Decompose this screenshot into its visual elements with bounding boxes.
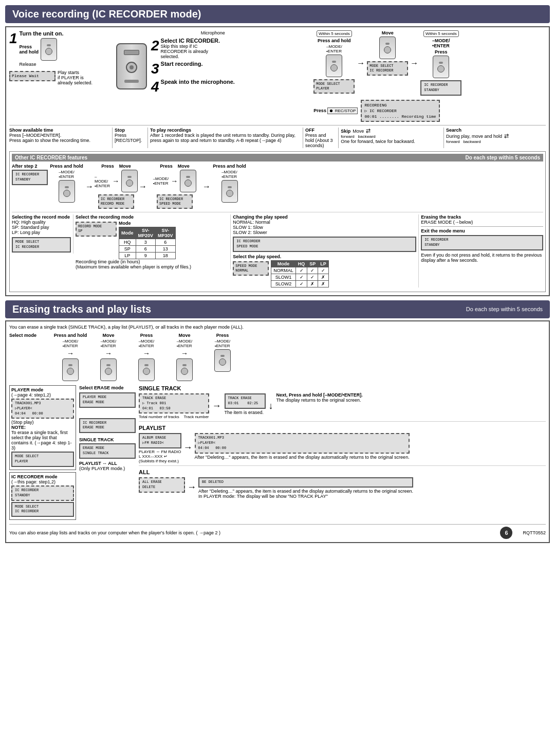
erase-press-hold: Press and hold –MODE/•ENTER → — [52, 333, 88, 381]
erasing-content: You can erase a single track (SINGLE TRA… — [5, 320, 550, 543]
move-col: Move MODE SELECTIC RECORDER — [367, 30, 408, 77]
erasing-section-header: Erasing tracks and play lists Do each st… — [5, 300, 550, 318]
recording-lcd: RECORDING▷ IC RECORDER00:01 ........ Rec… — [361, 100, 439, 122]
player-mode-lcd1: TRACK001.MP3▷PLAYER<04:04 00:00 — [11, 399, 74, 419]
arrow1: → — [357, 59, 365, 68]
device-icon-press2 — [433, 56, 449, 78]
step4-label: Speak into the microphone. — [161, 79, 235, 85]
and-hold-label: and hold — [20, 49, 39, 55]
speed-table: Mode HQ SP LP NORMAL✓✓✓ — [271, 260, 329, 287]
erase-outcomes: SINGLE TRACK TRACK ERASE▷ Track 00104:01… — [139, 385, 546, 499]
all-erase-lcd2: BE DELETED — [198, 477, 413, 488]
after-step2-label: After step 2 IC RECORDERSTANDBY — [12, 164, 48, 186]
ic-erase-lcd: IC RECORDERERASE MODE — [79, 418, 136, 434]
device-of-pm2 — [180, 170, 196, 192]
single-track-lcd1: TRACK ERASE▷ Track 00104:01 03:50 — [139, 393, 209, 413]
player-mode-lcd2: MODE SELECTPLAYER — [11, 452, 74, 467]
ic-recorder-mode-box: IC RECORDER mode (→this page: step1,2) I… — [9, 472, 76, 520]
single-track-outcome: SINGLE TRACK TRACK ERASE▷ Track 00104:01… — [139, 385, 546, 422]
off-block: OFF Press and hold (About 3 seconds) — [303, 128, 335, 148]
show-avail-block: Show available time Press [–MODE/•ENTER]… — [9, 128, 109, 148]
other-features-header: Other IC RECORDER features Do each step … — [12, 154, 543, 161]
device-of-phlast — [221, 180, 238, 203]
select-recording-mode: Select the recording mode RECORD MODESP … — [76, 214, 231, 269]
playlist-all-label: PLAYLIST ↔ ALL (Only PLAYER mode.) — [79, 461, 136, 471]
release-label: Release — [20, 62, 64, 67]
device-of-pm1 — [121, 170, 138, 192]
erasing-section: Erasing tracks and play lists Do each st… — [5, 300, 550, 543]
press-rec-stop-label: Press — [313, 108, 326, 113]
st-arrow: → — [212, 401, 221, 411]
microphone-label: Microphone — [201, 30, 225, 35]
ic-mode-lcd1: IC RECORDERSTANDBY — [11, 485, 74, 501]
speed-mode-sel-lcd: IC RECORDERSPEED MODE — [233, 237, 416, 252]
step2-number: 2 — [151, 38, 159, 54]
other-features-section: Other IC RECORDER features Do each step … — [9, 151, 546, 292]
of-press-move2: Press Move –MODE/•ENTER → IC RECORDERSPE… — [149, 164, 200, 210]
search-block: Search During play, move and hold ⇄ forw… — [443, 128, 546, 148]
player-mode-box: PLAYER mode (→page 4: step1,2) TRACK001.… — [9, 385, 76, 470]
playlist-outcome: PLAYLIST ALBUM ERASE▷FM RADIO< PLAYER ↔ … — [139, 425, 546, 466]
of-arrow3: → — [202, 182, 211, 191]
arrow2: → — [410, 59, 418, 68]
all-erase-lcd1: ALL ERASEDELETE — [139, 477, 185, 493]
erase-press2: Press –MODE/•ENTER — [205, 333, 240, 372]
step1-label: Turn the unit on. — [20, 30, 64, 37]
of-press-move1: Press Move –MODE/•ENTER → IC RECORDERREC… — [96, 164, 137, 210]
step3-number: 3 — [151, 61, 159, 77]
changing-speed-col: Changing the play speed NORMAL: Normal S… — [233, 214, 419, 287]
erase-single-lcd: ERASE MODESINGLE TRACK — [79, 443, 136, 459]
step1-number: 1 — [9, 30, 17, 47]
please-wait-lcd: Please Wait — [9, 71, 55, 81]
main-device-icon — [116, 43, 147, 89]
erase-move2: Move –MODE/•ENTER → — [166, 333, 202, 381]
single-track-lcd2: TRACK ERASE03:01 02:25 — [225, 393, 266, 409]
st-next-press: Next, Press and hold [–MODE/•ENTER]. The… — [276, 392, 363, 403]
ic-standby-exit-lcd: IC RECORDERSTANDBY — [421, 235, 543, 250]
page-footer: You can also erase play lists and tracks… — [9, 527, 546, 539]
device-of-ph1 — [59, 180, 75, 203]
track-number-labels: Total number of tracks Track number — [139, 415, 209, 419]
voice-section: Voice recording (IC RECORDER mode) 1 Tur… — [5, 5, 550, 296]
ic-standby-after-step2: IC RECORDERSTANDBY — [12, 170, 48, 185]
single-track-sublabel: SINGLE TRACK ERASE MODESINGLE TRACK — [79, 437, 136, 459]
skip-block: Skip Move ⇄ forward backward One for for… — [338, 128, 440, 148]
of-press-hold1: Press and hold –MODE/•ENTER — [50, 164, 83, 203]
ic-recorder-standby-lcd: IC RECORDERSTANDBY — [420, 80, 461, 96]
press-col: Within 5 seconds –MODE/•ENTER Press IC R… — [420, 30, 461, 97]
playlist-track-lcd: TRACK001.MP3▷PLAYER<04:04 00:00 — [195, 433, 410, 453]
select-mode-label: Select mode — [9, 333, 50, 338]
erasing-tracks-col: Erasing the tracks ERASE MODE (→below) E… — [421, 214, 543, 263]
device-erase-pr1 — [138, 358, 155, 381]
erase-press1: Press –MODE/•ENTER → — [128, 333, 164, 381]
step2-label: Select IC RECORDER. — [161, 38, 220, 44]
speed-mode-lcd: IC RECORDERSPEED MODE — [157, 194, 193, 209]
speed-mode-lcd2: SPEED MODENORMAL — [233, 261, 269, 276]
step3-label: Start recording. — [161, 61, 203, 67]
device-icon-move1 — [379, 37, 396, 59]
mode-hours-table: Mode SV-MP20V SV-MP30V HQ36 — [119, 227, 176, 259]
device-erase-mv2 — [176, 358, 193, 381]
device-icon-step1 — [41, 38, 57, 61]
device-erase-mv1 — [100, 358, 117, 381]
step4-number: 4 — [151, 79, 159, 95]
press-label: Press — [20, 44, 32, 49]
to-play-block: To play recordings After 1 recorded trac… — [147, 128, 300, 148]
stop-block: Stop Press [REC/STOP]. — [112, 128, 144, 148]
mode-select-ic-lcd: MODE SELECTIC RECORDER — [367, 61, 408, 76]
erasing-intro: You can erase a single track (SINGLE TRA… — [9, 325, 546, 330]
record-mode-lcd: RECORD MODESP — [76, 222, 117, 236]
of-arrow2: → — [139, 182, 147, 191]
all-outcome: ALL ALL ERASEDELETE → BE DELETED After "… — [139, 469, 546, 499]
voice-section-header: Voice recording (IC RECORDER mode) — [5, 5, 550, 23]
press-hold-col: Within 5 seconds Press and hold –MODE/•E… — [313, 30, 355, 95]
album-erase-lcd: ALBUM ERASE▷FM RADIO< — [139, 433, 181, 448]
page-number: 6 — [500, 527, 512, 539]
rec-stop-button[interactable]: ⏺ REC/STOP — [327, 107, 358, 114]
st-down-arrow: ↓ — [269, 401, 273, 411]
device-erase-pr2 — [214, 349, 231, 372]
voice-content: 1 Turn the unit on. Press and hold — [5, 26, 550, 296]
mode-select-player-lcd: MODE SELECTPLAYER — [313, 79, 355, 94]
player-erase-lcd: PLAYER MODEERASE MODE — [79, 392, 136, 408]
of-press-hold-last: Press and hold –MODE/•ENTER — [213, 164, 246, 203]
